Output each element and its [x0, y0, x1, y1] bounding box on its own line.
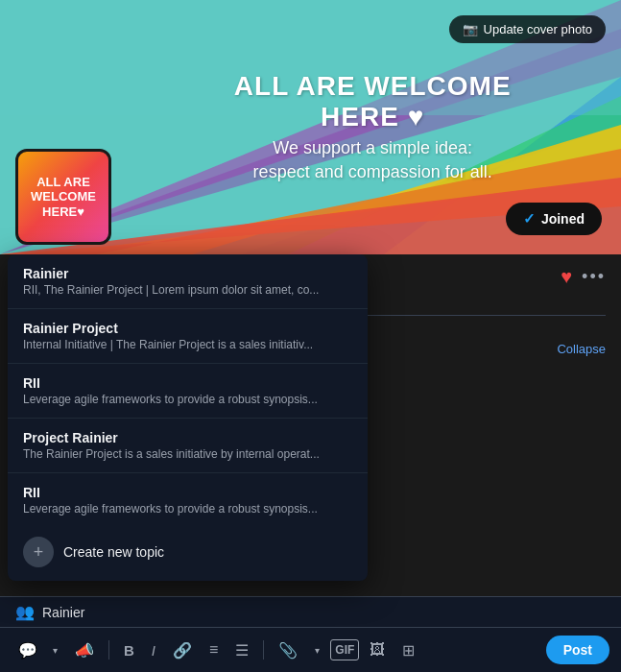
list-item[interactable]: Rainier RII, The Rainier Project | Lorem…: [8, 254, 368, 309]
dropdown-scroll-area[interactable]: Rainier RII, The Rainier Project | Lorem…: [8, 254, 368, 523]
bold-button[interactable]: B: [117, 637, 141, 663]
more-options-button[interactable]: •••: [582, 267, 606, 287]
item-sub: Leverage agile frameworks to provide a r…: [23, 502, 352, 516]
list-item[interactable]: Rainier Project Internal Initiative | Th…: [8, 309, 368, 364]
joined-button[interactable]: ✓ Joined: [506, 203, 602, 235]
separator-2: [263, 640, 264, 660]
cover-subtitle: We support a simple idea: respect and co…: [217, 135, 528, 183]
list-item[interactable]: RII Leverage agile frameworks to provide…: [8, 364, 368, 419]
link-button[interactable]: 🔗: [166, 636, 199, 664]
list-item[interactable]: RII Leverage agile frameworks to provide…: [8, 473, 368, 523]
more-formatting-button[interactable]: ⊞: [395, 636, 421, 664]
cover-text: ALL ARE WELCOME HERE ♥ We support a simp…: [217, 70, 528, 183]
create-new-topic-button[interactable]: + Create new topic: [8, 523, 368, 581]
collapse-button[interactable]: Collapse: [557, 342, 606, 356]
item-sub: Leverage agile frameworks to provide a r…: [23, 393, 352, 406]
message-type-dropdown[interactable]: ▾: [46, 640, 64, 660]
item-title: Project Rainier: [23, 430, 352, 445]
cover-photo: ALL ARE WELCOME HERE ♥ We support a simp…: [0, 0, 621, 254]
gif-button[interactable]: GIF: [330, 639, 359, 660]
group-logo: ALL ARE WELCOME HERE♥: [15, 149, 111, 245]
item-sub: RII, The Rainier Project | Lorem ipsum d…: [23, 283, 352, 297]
image-button[interactable]: 🖼: [363, 636, 392, 663]
italic-button[interactable]: I: [145, 637, 162, 663]
heart-button[interactable]: ♥: [561, 266, 572, 288]
topic-dropdown: Rainier RII, The Rainier Project | Lorem…: [8, 254, 368, 581]
message-type-group: 💬 ▾: [12, 636, 64, 664]
compose-topic-row: 👥 Rainier: [0, 597, 621, 628]
main-content: Di ♥ ••• Co... Posts Collapse Le... t ha…: [0, 254, 621, 388]
attachment-dropdown[interactable]: ▾: [308, 640, 326, 660]
item-title: RII: [23, 375, 352, 391]
camera-icon: 📷: [463, 22, 478, 36]
unordered-list-button[interactable]: ≡: [203, 636, 225, 663]
attachment-button[interactable]: 📎: [272, 636, 304, 664]
compose-toolbar: 💬 ▾ 📣 B I 🔗 ≡ ☰ 📎 ▾ GIF 🖼 ⊞ Post: [0, 628, 621, 672]
compose-area: 👥 Rainier 💬 ▾ 📣 B I 🔗 ≡ ☰ 📎 ▾ GIF 🖼 ⊞ Po…: [0, 596, 621, 672]
header-actions: ♥ •••: [561, 266, 606, 288]
separator: [108, 640, 109, 660]
cover-main-title: ALL ARE WELCOME HERE ♥: [217, 70, 528, 132]
item-title: Rainier: [23, 266, 352, 281]
post-button[interactable]: Post: [546, 636, 609, 664]
ordered-list-button[interactable]: ☰: [228, 636, 255, 664]
item-sub: The Rainier Project is a sales initiativ…: [23, 447, 352, 461]
item-title: RII: [23, 485, 352, 500]
item-sub: Internal Initiative | The Rainier Projec…: [23, 338, 352, 351]
compose-topic-text: Rainier: [42, 605, 84, 620]
update-cover-photo-button[interactable]: 📷 Update cover photo: [449, 15, 606, 43]
plus-icon: +: [23, 537, 54, 567]
item-title: Rainier Project: [23, 321, 352, 336]
announcement-button[interactable]: 📣: [68, 636, 101, 664]
topic-group-icon: 👥: [15, 603, 35, 621]
check-icon: ✓: [523, 210, 536, 228]
message-type-button[interactable]: 💬: [12, 636, 44, 664]
list-item[interactable]: Project Rainier The Rainier Project is a…: [8, 419, 368, 473]
